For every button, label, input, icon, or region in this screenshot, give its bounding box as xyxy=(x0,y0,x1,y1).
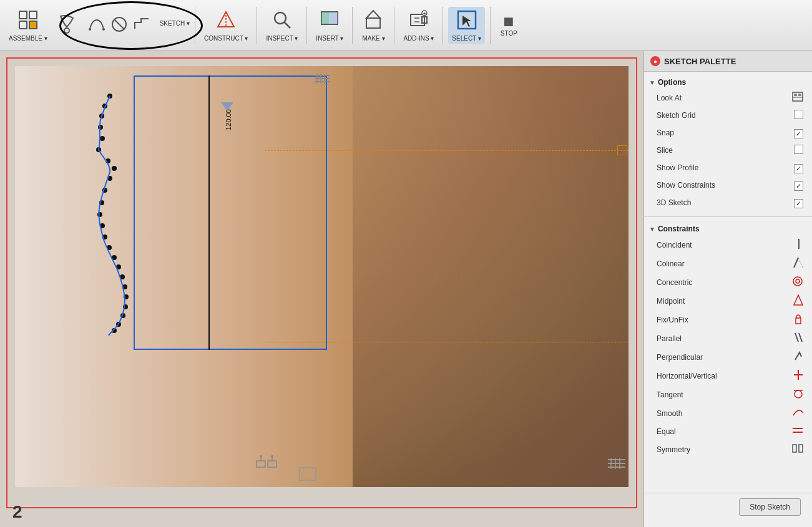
sketch-dot xyxy=(124,294,129,299)
tangent-label: Tangent xyxy=(657,390,683,399)
face-area: 120.00 xyxy=(15,66,629,487)
sketch-dot xyxy=(102,234,107,239)
snap-cb[interactable] xyxy=(794,127,803,138)
toolbar-assemble[interactable]: ASSEMBLE ▾ xyxy=(5,7,51,44)
concentric-label: Concentric xyxy=(657,278,692,287)
show-profile-checkbox[interactable] xyxy=(794,164,803,173)
horiz-vert-row[interactable]: Horizontal/Vertical xyxy=(644,367,812,385)
svg-point-52 xyxy=(793,277,802,286)
svg-point-5 xyxy=(89,28,91,31)
look-at-row[interactable]: Look At xyxy=(644,89,812,107)
fix-unfix-label: Fix/UnFix xyxy=(657,316,688,324)
select-icon xyxy=(456,9,477,34)
slice-row[interactable]: Slice xyxy=(644,142,812,159)
coincident-row[interactable]: Coincident xyxy=(644,236,812,254)
stop-sketch-button[interactable]: Stop Sketch xyxy=(739,498,801,516)
sketch-dot xyxy=(107,176,112,181)
sep3 xyxy=(306,7,307,44)
slice-checkbox[interactable] xyxy=(794,145,803,154)
show-constraints-cb[interactable] xyxy=(794,180,803,191)
parallel-row[interactable]: Parallel xyxy=(644,329,812,348)
toolbar-insert[interactable]: INSERT ▾ xyxy=(312,7,347,44)
show-constraints-checkbox[interactable] xyxy=(794,181,803,191)
sketch-grid-checkbox[interactable] xyxy=(794,110,803,119)
symmetry-label: Symmetry xyxy=(657,445,690,454)
inspect-label: INSPECT ▾ xyxy=(266,35,298,42)
sketch-dot xyxy=(105,158,110,163)
midpoint-icon xyxy=(793,294,803,308)
look-at-label: Look At xyxy=(657,94,682,102)
snap-row[interactable]: Snap xyxy=(644,124,812,142)
perpendicular-row[interactable]: Perpendicular xyxy=(644,348,812,367)
concentric-icon xyxy=(792,276,803,289)
3d-sketch-cb[interactable] xyxy=(794,197,803,208)
select-label: SELECT ▾ xyxy=(452,35,481,42)
show-profile-cb[interactable] xyxy=(794,162,803,173)
options-section-header[interactable]: ▼ Options xyxy=(644,75,812,89)
show-constraints-row[interactable]: Show Constraints xyxy=(644,176,812,194)
addins-icon: ★ xyxy=(408,9,429,34)
construct-icon xyxy=(215,9,237,34)
sketch-palette-panel: ● SKETCH PALETTE ▼ Options Look At Sketc… xyxy=(643,51,812,527)
svg-marker-17 xyxy=(366,11,380,18)
equal-row[interactable]: Equal xyxy=(644,423,812,440)
insert-icon xyxy=(319,9,340,34)
svg-rect-14 xyxy=(321,12,329,24)
panel-title: SKETCH PALETTE xyxy=(664,57,736,66)
panel-header: ● SKETCH PALETTE xyxy=(644,51,812,72)
dimension-label: 120.00 xyxy=(225,109,232,130)
parallel-label: Parallel xyxy=(657,334,682,343)
toolbar-make[interactable]: MAKE ▾ xyxy=(358,7,389,44)
3d-sketch-row[interactable]: 3D Sketch xyxy=(644,194,812,211)
svg-line-62 xyxy=(801,410,803,413)
svg-rect-66 xyxy=(799,445,803,452)
toolbar-sketch-highlight[interactable] xyxy=(82,10,157,41)
3d-sketch-checkbox[interactable] xyxy=(794,199,803,208)
sketch-dot xyxy=(122,284,127,289)
snap-checkbox[interactable] xyxy=(794,129,803,138)
svg-point-4 xyxy=(64,28,69,33)
sketch-dot xyxy=(112,166,117,171)
smooth-row[interactable]: Smooth xyxy=(644,404,812,423)
show-profile-row[interactable]: Show Profile xyxy=(644,159,812,176)
options-arrow: ▼ xyxy=(649,79,655,86)
sketch-dot xyxy=(107,94,112,99)
icon2-icon xyxy=(57,13,76,37)
panel-header-icon: ● xyxy=(650,56,660,66)
toolbar-select[interactable]: SELECT ▾ xyxy=(448,7,485,44)
toolbar-addins[interactable]: ★ ADD-INS ▾ xyxy=(399,7,438,44)
toolbar-stop[interactable]: ⏹ STOP xyxy=(496,11,522,39)
perpendicular-icon xyxy=(793,351,803,364)
symmetry-row[interactable]: Symmetry xyxy=(644,440,812,459)
sketch-grid-cb[interactable] xyxy=(794,110,803,122)
concentric-row[interactable]: Concentric xyxy=(644,273,812,292)
section-divider xyxy=(644,216,812,217)
canvas-number-label: 2 xyxy=(12,502,22,522)
toolbar-construct[interactable]: CONSTRUCT ▾ xyxy=(200,7,252,44)
constraints-section-header[interactable]: ▼ Constraints xyxy=(644,222,812,236)
horiz-vert-label: Horizontal/Vertical xyxy=(657,372,717,380)
parallel-icon xyxy=(793,332,803,346)
svg-line-50 xyxy=(794,258,798,268)
triangle-marker xyxy=(221,102,233,111)
stop-label: STOP xyxy=(501,30,517,37)
colinear-row[interactable]: Colinear xyxy=(644,254,812,273)
show-constraints-label: Show Constraints xyxy=(657,181,715,190)
coincident-icon xyxy=(795,238,803,252)
tangent-row[interactable]: Tangent xyxy=(644,385,812,404)
fix-unfix-row[interactable]: Fix/UnFix xyxy=(644,311,812,329)
addins-label: ADD-INS ▾ xyxy=(403,35,434,42)
sketch-grid-row[interactable]: Sketch Grid xyxy=(644,107,812,124)
sketch-dot xyxy=(100,223,105,228)
assemble-label: ASSEMBLE ▾ xyxy=(9,35,47,42)
orange-dashed-line-bottom xyxy=(265,342,629,342)
options-label: Options xyxy=(658,78,686,87)
sep1 xyxy=(195,7,195,44)
toolbar-inspect[interactable]: INSPECT ▾ xyxy=(262,7,301,44)
insert-label: INSERT ▾ xyxy=(316,35,343,42)
toolbar-icon2[interactable] xyxy=(54,11,80,40)
construct-label: CONSTRUCT ▾ xyxy=(204,35,248,42)
sketch-dot xyxy=(112,255,117,260)
slice-cb[interactable] xyxy=(794,145,803,157)
midpoint-row[interactable]: Midpoint xyxy=(644,292,812,311)
